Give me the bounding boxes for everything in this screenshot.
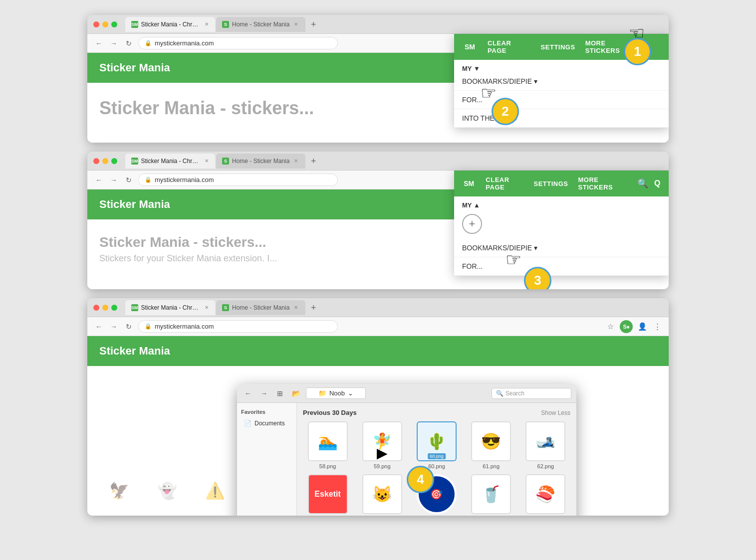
tab-label-w2-1: Sticker Mania - Chrome Web S... [141,158,201,165]
tab-close-2[interactable]: ✕ [292,21,299,28]
fp-documents-item[interactable]: 📄 Documents [241,418,292,429]
tab-home-w3[interactable]: S Home - Sticker Mania ✕ [216,300,305,315]
tab-home-sticker-mania[interactable]: S Home - Sticker Mania ✕ [216,17,305,32]
reload-button-3[interactable]: ↻ [123,321,134,332]
fp-thumb-r2-5: 🍣 [525,474,565,514]
clear-page-btn-2[interactable]: CLEAR PAGE [486,176,523,191]
bookmark-star-icon-3[interactable]: ☆ [605,321,616,332]
tab-favicon-w2-1: SM [131,158,138,165]
fp-folder-icon: 📁 [318,389,326,397]
tab-home-w2[interactable]: S Home - Sticker Mania ✕ [216,154,305,169]
new-tab-button-3[interactable]: + [306,301,320,315]
fp-search-box[interactable]: 🔍 Search [492,388,571,399]
account-icon-3[interactable]: 👤 [637,321,648,332]
page-title-1: Sticker Mania - stickers... [99,98,314,118]
fp-file-r2-2[interactable]: 😺 [357,474,407,514]
title-bar-1: SM Sticker Mania - Chrome Web S... ✕ S H… [87,15,669,34]
fp-file-58[interactable]: 🏊 58.png [303,421,352,469]
url-bar-3[interactable]: 🔒 mystickermania.com [138,320,338,333]
ext-for-item-2[interactable]: FOR... [454,257,669,276]
extension-icon-3[interactable]: S♠ [620,320,633,333]
fp-main: Previous 30 Days Show Less 🏊 58.png 🧚 59… [297,403,576,516]
back-button-2[interactable]: ← [93,175,104,186]
ext-menu-1: MY ▼ BOOKMARKS/DIEPIE ▾ FOR... INTO THE … [454,60,669,128]
new-tab-button[interactable]: + [306,18,320,32]
maximize-button-3[interactable] [111,305,117,311]
tab-bar-3: SM Sticker Mania - Chrome Web S... ✕ S H… [125,300,663,315]
file-picker: ← → ⊞ 📂 📁 Noob ⌄ 🔍 Search Favorites [237,384,576,516]
reload-button-2[interactable]: ↻ [123,175,134,186]
tab-close-w3-1[interactable]: ✕ [204,304,210,311]
file-picker-body: Favorites 📄 Documents Previous 30 Days S… [237,403,576,516]
tab-close-w3-2[interactable]: ✕ [292,304,299,311]
fp-file-62[interactable]: 🎿 62.png [521,421,570,469]
ext-header-2: SM CLEAR PAGE SETTINGS MORE STICKERS 🔍 Q [454,171,669,196]
ext-my-section-2: MY ▲ [454,196,669,209]
forward-button-3[interactable]: → [108,321,119,332]
back-button-3[interactable]: ← [93,321,104,332]
clear-page-btn[interactable]: CLEAR PAGE [488,39,531,54]
tab-close-w2-1[interactable]: ✕ [204,158,210,165]
traffic-lights-1 [93,21,117,27]
minimize-button[interactable] [102,21,108,27]
fp-file-60[interactable]: 🌵 60.png 60.png [412,421,461,469]
fp-search-placeholder: Search [505,390,524,397]
ext-bookmarks-item[interactable]: BOOKMARKS/DIEPIE ▾ [454,72,669,91]
fp-folder-name-text: Noob [329,389,345,397]
ext-search-q[interactable]: Q [654,179,661,188]
add-pack-button[interactable]: + [462,214,482,234]
menu-icon-3[interactable]: ⋮ [652,321,663,332]
tab-close-1[interactable]: ✕ [204,21,210,28]
new-tab-button-2[interactable]: + [306,155,320,169]
tab-sm-w2[interactable]: SM Sticker Mania - Chrome Web S... ✕ [125,154,215,169]
url-bar-2[interactable]: 🔒 mystickermania.com [138,174,338,186]
minimize-button-3[interactable] [102,305,108,311]
minimize-button-2[interactable] [102,158,108,164]
traffic-lights-2 [93,158,117,164]
fp-thumb-r2-4: 🥤 [471,474,511,514]
maximize-button-2[interactable] [111,158,117,164]
settings-btn[interactable]: SETTINGS [541,43,575,51]
ext-search-text[interactable]: 🔍 [637,178,649,189]
step-number-2: 2 [502,104,508,119]
fp-show-less-btn[interactable]: Show Less [541,409,570,416]
fp-file-r2-4[interactable]: 🥤 [467,474,516,514]
fp-file-61[interactable]: 😎 61.png [467,421,516,469]
sticker-ghost: 👻 [147,471,187,511]
forward-button-2[interactable]: → [108,175,119,186]
tab-close-w2-2[interactable]: ✕ [292,158,299,165]
fp-back-btn[interactable]: ← [242,387,254,399]
site-content-3: Sticker Mania ← → ⊞ 📂 📁 Noob ⌄ 🔍 Search [87,336,669,516]
ext-into-web-item[interactable]: INTO THE WEB ▾ [454,109,669,128]
settings-btn-2[interactable]: SETTINGS [534,180,568,187]
fp-file-r2-5[interactable]: 🍣 [521,474,570,514]
fp-label-60: 60.png [428,463,445,469]
fp-folder-display[interactable]: 📁 Noob ⌄ [306,387,366,399]
tab-sm-w3[interactable]: SM Sticker Mania - Chrome Web S... ✕ [125,300,215,315]
url-bar[interactable]: 🔒 mystickermania.com [138,37,338,49]
fp-forward-btn[interactable]: → [258,387,270,399]
maximize-button[interactable] [111,21,117,27]
fp-label-62: 62.png [537,463,554,469]
close-button-2[interactable] [93,158,99,164]
ext-for-item[interactable]: FOR... [454,91,669,109]
ext-logo-1: SM [462,39,478,55]
fp-section-header: Previous 30 Days Show Less [303,409,570,416]
ext-bookmarks-item-2[interactable]: BOOKMARKS/DIEPIE ▾ [454,239,669,257]
fp-view-btn[interactable]: ⊞ [274,387,286,399]
close-button-3[interactable] [93,305,99,311]
site-logo-2: Sticker Mania [99,198,170,211]
fp-file-59[interactable]: 🧚 59.png [357,421,407,469]
tab-sticker-mania-webstore[interactable]: SM Sticker Mania - Chrome Web S... ✕ [125,17,215,32]
forward-button[interactable]: → [108,38,119,49]
fp-file-r2-1[interactable]: Esketit [303,474,352,514]
back-button[interactable]: ← [93,38,104,49]
reload-button[interactable]: ↻ [123,38,134,49]
step-badge-4: 4 [407,466,434,493]
traffic-lights-3 [93,305,117,311]
tab-label-w3-2: Home - Sticker Mania [232,304,289,311]
address-bar-3: ← → ↻ 🔒 mystickermania.com ☆ S♠ 👤 ⋮ [87,317,669,336]
more-stickers-btn-2[interactable]: MORE STICKERS [578,176,627,191]
close-button[interactable] [93,21,99,27]
fp-nav-btn[interactable]: 📂 [290,387,302,399]
